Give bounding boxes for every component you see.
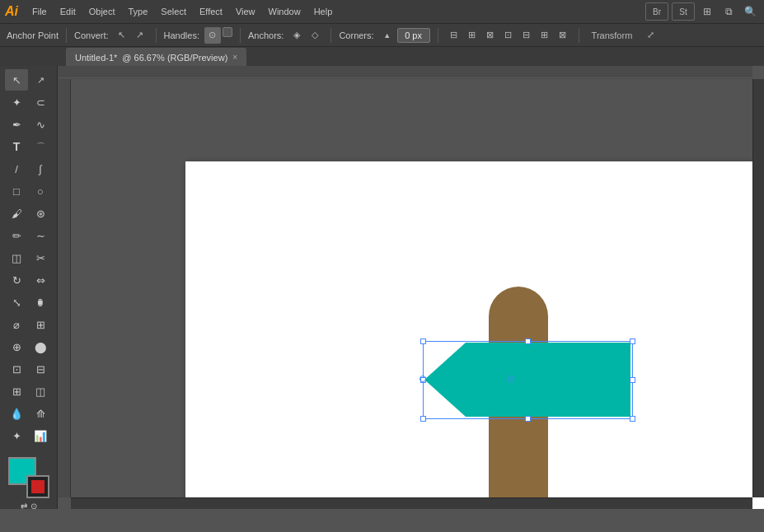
handles-icon-2[interactable] — [223, 27, 232, 37]
tool-row-12: ⌀ ⊞ — [5, 314, 52, 335]
align-icon-3[interactable]: ⊠ — [482, 27, 499, 44]
align-icon-6[interactable]: ⊞ — [537, 27, 553, 44]
tool-row-3: ✒ ∿ — [5, 114, 52, 135]
color-boxes — [8, 457, 49, 498]
touch-type-tool[interactable]: ⌒ — [29, 136, 52, 157]
sep5 — [438, 28, 438, 43]
handle-mid-right[interactable] — [630, 377, 635, 383]
arc-tool[interactable]: ∫ — [29, 158, 52, 180]
align-icon-7[interactable]: ⊠ — [555, 27, 571, 44]
corners-up-icon[interactable]: ▲ — [379, 27, 396, 44]
line-tool[interactable]: / — [5, 158, 28, 180]
mesh-tool[interactable]: ⊞ — [5, 380, 28, 402]
transform-extra-icon[interactable]: ⤢ — [642, 27, 659, 44]
handle-bottom-left[interactable] — [420, 416, 426, 422]
live-paint-bucket[interactable]: ⬤ — [29, 336, 52, 357]
blob-brush[interactable]: ⊛ — [29, 203, 52, 224]
convert-label: Convert: — [74, 30, 109, 40]
swap-colors-icon[interactable]: ⇄ — [21, 502, 27, 509]
handle-bottom-right[interactable] — [630, 416, 635, 422]
magic-wand-tool[interactable]: ✦ — [5, 91, 28, 113]
warp-tool[interactable]: ⌀ — [5, 314, 28, 335]
pencil-tool[interactable]: ✏ — [5, 225, 28, 246]
menu-edit[interactable]: Edit — [54, 4, 82, 19]
search-icon[interactable]: 🔍 — [741, 2, 759, 21]
rotate-tool[interactable]: ↻ — [5, 269, 28, 291]
smooth-tool[interactable]: ∼ — [29, 225, 52, 246]
eraser-tool[interactable]: ◫ — [5, 247, 28, 268]
anchor-point-center[interactable] — [508, 376, 514, 382]
blend-tool[interactable]: ⟰ — [29, 403, 52, 424]
convert-icon-1[interactable]: ↖ — [114, 27, 130, 44]
anchors-icon-1[interactable]: ◈ — [288, 27, 305, 44]
menu-help[interactable]: Help — [308, 4, 339, 19]
paintbrush-tool[interactable]: 🖌 — [5, 203, 28, 224]
stock-button[interactable]: St — [672, 2, 695, 21]
document-tab[interactable]: Untitled-1* @ 66.67% (RGB/Preview) × — [66, 48, 246, 66]
tab-close-button[interactable]: × — [232, 53, 237, 62]
scroll-right[interactable] — [752, 79, 764, 497]
perspective-selection[interactable]: ⊟ — [29, 358, 52, 380]
column-graph-tool[interactable]: 📊 — [29, 425, 52, 446]
align-icon-2[interactable]: ⊞ — [464, 27, 480, 44]
scissors-tool[interactable]: ✂ — [29, 247, 52, 268]
tool-row-6: □ ○ — [5, 180, 52, 202]
menu-file[interactable]: File — [26, 4, 53, 19]
selection-tool[interactable]: ↖ — [5, 69, 28, 91]
menu-object[interactable]: Object — [83, 4, 121, 19]
corners-label: Corners: — [339, 30, 373, 40]
main-area: ↖ ↗ ✦ ⊂ ✒ ∿ T ⌒ / ∫ □ ○ 🖌 ⊛ ✏ ∼ — [0, 66, 764, 509]
perspective-grid-tool[interactable]: ⊡ — [5, 358, 28, 380]
tool-row-1: ↖ ↗ — [5, 69, 52, 91]
handles-icon-1[interactable]: ⊙ — [204, 27, 221, 44]
menu-effect[interactable]: Effect — [194, 4, 228, 19]
anchor-point-left[interactable] — [419, 376, 426, 382]
menu-window[interactable]: Window — [263, 4, 307, 19]
bridge-button[interactable]: Br — [645, 2, 668, 21]
pen-tool[interactable]: ✒ — [5, 114, 28, 135]
handles-icons: ⊙ — [204, 27, 232, 44]
curvature-tool[interactable]: ∿ — [29, 114, 52, 135]
sep4 — [330, 28, 331, 43]
transform-button[interactable]: Transform — [587, 27, 638, 44]
free-transform-tool[interactable]: ⊞ — [29, 314, 52, 335]
menu-type[interactable]: Type — [123, 4, 154, 19]
tool-row-11: ⤡ ⧯ — [5, 292, 52, 313]
menu-select[interactable]: Select — [155, 4, 192, 19]
handle-top-right[interactable] — [630, 338, 635, 344]
default-colors-icon[interactable]: ⊙ — [30, 502, 37, 509]
teal-arrow-polygon — [424, 343, 630, 417]
color-area: ⇄ ⊙ ⊡ — [0, 454, 57, 509]
align-icons: ⊟ ⊞ ⊠ ⊡ ⊟ ⊞ ⊠ — [446, 27, 571, 44]
gradient-tool[interactable]: ◫ — [29, 380, 52, 402]
menu-bar: Ai File Edit Object Type Select Effect V… — [0, 0, 764, 23]
handles-label: Handles: — [164, 30, 199, 40]
align-icon-5[interactable]: ⊟ — [518, 27, 535, 44]
convert-icon-2[interactable]: ↗ — [132, 27, 148, 44]
align-icon-4[interactable]: ⊡ — [500, 27, 517, 44]
menu-view[interactable]: View — [230, 4, 261, 19]
scroll-bottom[interactable] — [71, 497, 752, 509]
arrange-button[interactable]: ⧉ — [719, 2, 738, 21]
lasso-tool[interactable]: ⊂ — [29, 91, 52, 113]
sep6 — [579, 28, 579, 43]
teal-arrow-shape[interactable] — [424, 343, 630, 417]
stroke-color-box[interactable] — [26, 475, 49, 498]
type-tool[interactable]: T — [5, 136, 28, 157]
direct-selection-tool[interactable]: ↗ — [29, 69, 52, 91]
shear-tool[interactable]: ⧯ — [29, 292, 52, 313]
symbol-sprayer-tool[interactable]: ✦ — [5, 425, 28, 446]
reflect-tool[interactable]: ⇔ — [29, 269, 52, 291]
shape-builder-tool[interactable]: ⊕ — [5, 336, 28, 357]
eyedropper-tool[interactable]: 💧 — [5, 403, 28, 424]
rectangle-tool[interactable]: □ — [5, 180, 28, 202]
tool-row-14: ⊡ ⊟ — [5, 358, 52, 380]
corners-value-input[interactable] — [397, 28, 430, 43]
anchors-icon-2[interactable]: ◇ — [307, 27, 323, 44]
canvas-area[interactable]: // tick marks inline — [58, 66, 764, 509]
artboard — [185, 161, 764, 509]
ellipse-tool[interactable]: ○ — [29, 180, 52, 202]
scale-tool[interactable]: ⤡ — [5, 292, 28, 313]
workspace-button[interactable]: ⊞ — [698, 2, 716, 21]
align-icon-1[interactable]: ⊟ — [446, 27, 462, 44]
